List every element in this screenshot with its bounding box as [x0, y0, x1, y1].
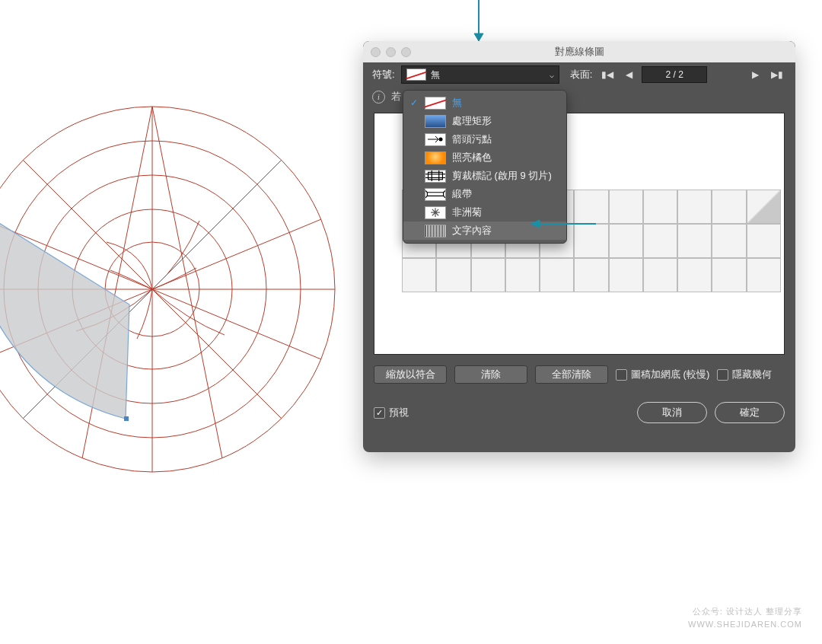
- none-swatch-icon: [425, 97, 446, 110]
- dropdown-item-grad[interactable]: 處理矩形: [403, 112, 566, 130]
- dialog-title: 對應線條圖: [363, 45, 795, 59]
- svg-marker-28: [530, 220, 540, 228]
- preview-checkbox[interactable]: 預視: [374, 406, 409, 419]
- surface-page-field[interactable]: 2 / 2: [642, 66, 707, 83]
- clear-button[interactable]: 清除: [454, 365, 527, 384]
- annotation-arrow-side: [529, 218, 597, 230]
- prev-surface-button[interactable]: ◀: [623, 69, 636, 80]
- symbol-current: 無: [431, 69, 545, 81]
- dropdown-item-label: 緞帶: [452, 187, 472, 201]
- dropdown-item-ribbon[interactable]: 緞帶: [403, 185, 566, 203]
- dropdown-item-label: 非洲菊: [452, 206, 482, 219]
- last-surface-button[interactable]: ▶▮: [768, 69, 786, 80]
- dropdown-item-label: 照亮橘色: [452, 151, 492, 164]
- none-swatch-icon: [406, 69, 426, 81]
- hide-geometry-checkbox[interactable]: 隱藏幾何: [717, 368, 772, 381]
- svg-point-16: [439, 138, 443, 142]
- dropdown-item-label: 無: [452, 96, 462, 110]
- ribbon-swatch-icon: [425, 188, 446, 201]
- grad-swatch-icon: [425, 115, 446, 128]
- surface-label: 表面:: [570, 68, 593, 81]
- arrow-swatch-icon: [425, 133, 446, 146]
- first-surface-button[interactable]: ▮◀: [598, 69, 616, 80]
- dropdown-item-orange[interactable]: 照亮橘色: [403, 148, 566, 167]
- fit-button[interactable]: 縮放以符合: [374, 365, 447, 384]
- svg-marker-15: [474, 33, 483, 41]
- text-swatch-icon: [425, 225, 446, 238]
- antialias-checkbox[interactable]: 圖稿加網底 (較慢): [616, 368, 709, 381]
- info-icon: i: [372, 91, 385, 104]
- watermark: 公众号: 设计达人 整理分享 WWW.SHEJIDAREN.COM: [688, 605, 802, 630]
- daisy-swatch-icon: [425, 206, 446, 219]
- cancel-button[interactable]: 取消: [637, 402, 707, 423]
- dropdown-item-label: 剪裁標記 (啟用 9 切片): [452, 169, 552, 183]
- dropdown-item-crop[interactable]: 剪裁標記 (啟用 9 切片): [403, 167, 566, 185]
- svg-rect-17: [429, 172, 443, 179]
- crop-swatch-icon: [425, 170, 446, 183]
- svg-line-10: [152, 107, 222, 458]
- dropdown-item-label: 文字內容: [452, 224, 492, 238]
- chevron-down-icon: ⌵: [545, 71, 559, 79]
- clear-all-button[interactable]: 全部清除: [535, 365, 608, 384]
- dropdown-item-label: 箭頭污點: [452, 132, 492, 146]
- check-icon: ✓: [409, 97, 419, 108]
- dialog-titlebar[interactable]: 對應線條圖: [363, 41, 795, 62]
- symbol-label: 符號:: [372, 68, 395, 81]
- dropdown-item-arrow[interactable]: 箭頭污點: [403, 130, 566, 148]
- annotation-arrow-top: [471, 0, 486, 43]
- dropdown-item-label: 處理矩形: [452, 114, 492, 128]
- ok-button[interactable]: 確定: [715, 402, 785, 423]
- dropdown-item-none[interactable]: ✓無: [403, 94, 566, 112]
- canvas-artwork: [0, 91, 350, 487]
- orange-swatch-icon: [425, 151, 446, 164]
- svg-rect-13: [124, 416, 129, 421]
- next-surface-button[interactable]: ▶: [749, 69, 762, 80]
- symbol-dropdown[interactable]: 無 ⌵: [401, 65, 559, 84]
